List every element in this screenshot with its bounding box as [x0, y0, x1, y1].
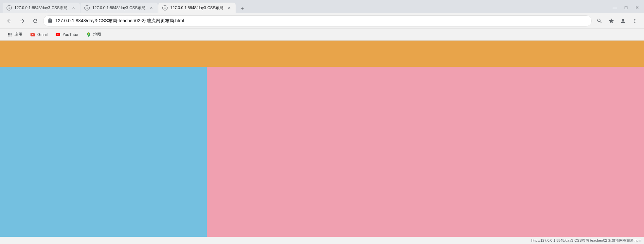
- browser-tab-3[interactable]: ● 127.0.0.1:8848/day3-CSS布局- ✕: [158, 3, 236, 13]
- tab-1-favicon: ●: [7, 5, 12, 10]
- forward-button[interactable]: [17, 16, 27, 26]
- tab-3-globe-icon: ●: [162, 5, 168, 10]
- bookmark-apps-label: 应用: [14, 32, 22, 37]
- reload-icon: [32, 18, 38, 24]
- zoom-button[interactable]: [594, 16, 605, 26]
- gmail-icon: [30, 32, 35, 37]
- bookmark-maps[interactable]: 地图: [83, 30, 104, 39]
- webpage-content: [0, 41, 644, 237]
- tab-1-title: 127.0.0.1:8848/day3-CSS布局-: [14, 5, 69, 11]
- browser-tab-2[interactable]: ● 127.0.0.1:8848/day3-CSS布局- ✕: [80, 3, 158, 13]
- tab-1-close-button[interactable]: ✕: [71, 5, 76, 10]
- lock-icon: [47, 18, 53, 23]
- maps-icon: [86, 32, 91, 37]
- toolbar: [0, 13, 644, 29]
- bookmark-maps-label: 地图: [93, 32, 101, 37]
- tabs-container: ● 127.0.0.1:8848/day3-CSS布局- ✕ ● 127.0.0…: [3, 3, 608, 13]
- secure-icon: [47, 18, 53, 24]
- bookmark-gmail-label: Gmail: [37, 32, 47, 37]
- toolbar-right-actions: [594, 16, 640, 26]
- bookmark-gmail[interactable]: Gmail: [27, 31, 51, 39]
- window-controls: — □ ✕: [611, 3, 641, 13]
- youtube-icon: [55, 32, 61, 37]
- tab-2-globe-icon: ●: [84, 5, 90, 10]
- tab-2-close-button[interactable]: ✕: [149, 5, 154, 10]
- forward-arrow-icon: [19, 18, 25, 24]
- address-input[interactable]: [55, 18, 587, 24]
- page-left-column: [0, 67, 207, 237]
- menu-button[interactable]: [630, 16, 640, 26]
- address-bar-container[interactable]: [43, 15, 592, 26]
- bookmarks-bar: 应用 Gmail YouTube: [0, 29, 644, 41]
- tab-3-title: 127.0.0.1:8848/day3-CSS布局-: [170, 5, 224, 11]
- status-bar: http://127.0.0.1:8848/day3-CSS布局-teacher…: [0, 237, 644, 244]
- browser-window: ● 127.0.0.1:8848/day3-CSS布局- ✕ ● 127.0.0…: [0, 0, 644, 244]
- reload-button[interactable]: [30, 16, 41, 26]
- page-right-column: [207, 67, 644, 237]
- back-button[interactable]: [4, 16, 14, 26]
- apps-grid-icon: [7, 32, 12, 37]
- status-text: http://127.0.0.1:8848/day3-CSS布局-teacher…: [531, 238, 641, 243]
- maximize-button[interactable]: □: [622, 3, 630, 12]
- close-button[interactable]: ✕: [633, 3, 641, 12]
- minimize-button[interactable]: —: [611, 3, 619, 12]
- new-tab-button[interactable]: +: [238, 4, 247, 13]
- tab-2-title: 127.0.0.1:8848/day3-CSS布局-: [92, 5, 147, 11]
- search-icon: [597, 18, 602, 24]
- bookmark-youtube[interactable]: YouTube: [52, 31, 81, 39]
- bookmark-apps[interactable]: 应用: [4, 30, 26, 39]
- tab-3-favicon: ●: [162, 5, 168, 10]
- title-bar: ● 127.0.0.1:8848/day3-CSS布局- ✕ ● 127.0.0…: [0, 0, 644, 13]
- tab-1-globe-icon: ●: [7, 5, 12, 10]
- back-arrow-icon: [6, 18, 12, 24]
- bookmark-button[interactable]: [606, 16, 617, 26]
- browser-tab-1[interactable]: ● 127.0.0.1:8848/day3-CSS布局- ✕: [3, 3, 80, 13]
- profile-button[interactable]: [618, 16, 628, 26]
- page-header: [0, 41, 644, 67]
- bookmark-youtube-label: YouTube: [63, 32, 78, 37]
- more-vert-icon: [632, 18, 638, 24]
- star-icon: [608, 18, 614, 24]
- page-body: [0, 67, 644, 237]
- account-icon: [620, 18, 626, 24]
- tab-3-close-button[interactable]: ✕: [226, 5, 232, 10]
- tab-2-favicon: ●: [84, 5, 90, 10]
